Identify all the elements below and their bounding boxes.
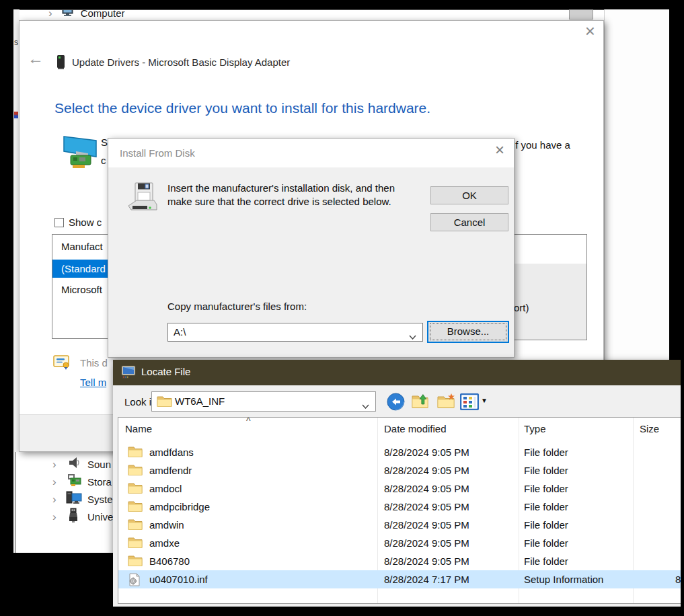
driver-signing-link[interactable]: Tell m [80,377,106,388]
chevron-down-icon[interactable] [409,330,416,342]
file-row[interactable]: amdfendr 8/28/2024 9:05 PM File folder [118,461,681,479]
file-name: amdfdans [149,443,194,461]
view-menu-button[interactable] [460,393,479,413]
file-list: Name ^ Date modified Type Size amdfdans … [118,417,681,604]
tree-item-computer[interactable]: › Computer [15,9,125,20]
file-date-modified: 8/28/2024 9:05 PM [384,461,469,479]
copy-from-label: Copy manufacturer's files from: [167,301,307,312]
file-row[interactable]: amdfdans 8/28/2024 9:05 PM File folder [118,443,681,461]
tree-item-storage[interactable]: › Stora [16,473,113,490]
browse-button[interactable]: Browse... [427,321,509,343]
new-folder-button[interactable] [437,393,456,413]
file-row[interactable]: amdxe 8/28/2024 9:05 PM File folder [118,534,681,552]
chevron-right-icon: › [52,459,56,470]
chevron-down-icon[interactable] [362,399,369,412]
clipped-text-fragment: c [101,155,106,166]
scrollbar-fragment[interactable] [569,9,593,20]
view-menu-caret-icon[interactable]: ▼ [481,397,488,404]
dialog-title: Locate File [141,366,190,377]
column-header-type[interactable]: Type [524,423,546,434]
close-icon[interactable]: × [585,22,595,40]
locate-file-dialog: Locate File Look in: WT6A_INF ▼ [113,360,681,607]
manufacturer-header: Manufact [61,241,103,252]
file-type: File folder [524,498,568,516]
tree-item-sound[interactable]: › Soun [16,455,113,473]
tree-item-label: Soun [87,459,111,470]
computer-icon [62,9,75,20]
column-header-date[interactable]: Date modified [384,423,447,434]
look-in-combobox[interactable]: WT6A_INF [151,391,376,412]
tree-item-label: Computer [81,9,125,19]
checkbox-label: Show c [69,217,102,228]
file-name: u0407010.inf [149,570,208,588]
chevron-right-icon: › [48,9,52,19]
tree-item-system[interactable]: › Syste [16,490,113,508]
file-row[interactable]: amdpcibridge 8/28/2024 9:05 PM File fold… [118,498,681,516]
column-header-name[interactable]: Name [125,423,152,434]
folder-icon [128,537,143,551]
file-name: amdwin [149,516,184,534]
ok-button[interactable]: OK [430,186,508,204]
folder-icon [128,464,143,478]
file-date-modified: 8/28/2024 9:05 PM [384,516,469,534]
screenshot-canvas: › Computer s › Soun › Stora [0,0,684,616]
chevron-right-icon: › [52,494,56,505]
inf-file-icon [128,573,141,588]
show-compatible-checkbox[interactable] [54,218,64,227]
file-date-modified: 8/28/2024 9:05 PM [384,534,469,552]
file-name: amdfendr [149,461,192,479]
clipped-text-fragment: S [101,137,108,148]
storage-icon [67,473,82,490]
file-type: File folder [524,534,568,552]
page-heading: Select the device driver you want to ins… [54,100,430,116]
close-icon[interactable]: × [495,142,504,158]
device-driver-icon [56,54,66,73]
clipped-text-fragment: If you have a [512,139,570,151]
clipped-text-fragment: s [14,38,18,47]
chevron-right-icon: › [52,476,56,488]
list-item[interactable]: Microsoft [61,280,102,299]
locate-file-icon [121,365,137,382]
file-type: File folder [524,479,568,498]
folder-icon [128,446,143,460]
message-line-1: Insert the manufacturer's installation d… [167,182,395,195]
device-manager-right-strip [604,9,669,360]
tree-item-label: Unive [87,511,113,523]
tree-item-label: Syste [87,494,113,505]
file-size: 8 [675,570,681,588]
display-adapter-icon [61,134,103,174]
path-value: A:\ [174,326,186,338]
file-row[interactable]: u0407010.inf 8/28/2024 7:17 PM Setup Inf… [118,570,681,588]
file-row[interactable]: amdwin 8/28/2024 9:05 PM File folder [118,516,681,534]
up-one-level-button[interactable] [412,393,430,413]
file-date-modified: 8/28/2024 7:17 PM [384,570,469,588]
chevron-right-icon: › [52,511,56,523]
file-type: File folder [524,443,568,461]
file-type: File folder [524,516,568,534]
speaker-icon [67,456,81,472]
folder-icon [128,500,143,514]
file-type: Setup Information [524,570,603,588]
file-name: amdpcibridge [149,498,210,516]
dialog-titlebar: Install From Disk × [108,139,514,167]
clipped-list-item[interactable]: ort) [514,302,529,313]
file-type: File folder [524,461,568,479]
file-row[interactable]: amdocl 8/28/2024 9:05 PM File folder [118,479,681,498]
back-folder-button[interactable] [387,393,405,414]
dialog-message: Insert the manufacturer's installation d… [167,182,395,208]
certificate-icon [53,355,71,373]
tree-item-label: Stora [87,476,112,488]
column-header-size[interactable]: Size [640,423,659,434]
path-combobox[interactable]: A:\ [167,323,423,342]
file-type: File folder [524,552,568,570]
message-line-2: make sure that the correct drive is sele… [167,195,395,208]
file-rows: amdfdans 8/28/2024 9:05 PM File folder a… [118,443,681,588]
folder-icon [128,555,143,569]
back-arrow-icon[interactable]: ← [28,50,44,67]
clipped-icon-fragment [14,112,18,118]
device-manager-tree-fragment: › Soun › Stora › Syste › Unive [15,452,113,553]
tree-item-universal[interactable]: › Unive [16,508,113,525]
install-from-disk-dialog: Install From Disk × Insert the manufactu… [108,138,515,358]
cancel-button[interactable]: Cancel [430,213,508,231]
file-row[interactable]: B406780 8/28/2024 9:05 PM File folder [118,552,681,570]
